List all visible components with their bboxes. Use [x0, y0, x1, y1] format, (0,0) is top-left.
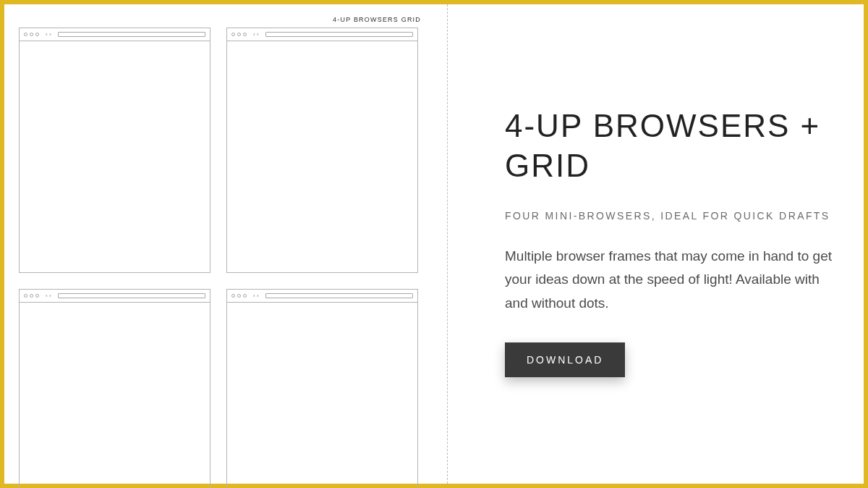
mini-browser: ‹ › — [19, 28, 210, 273]
window-dots-icon — [24, 33, 39, 36]
window-dots-icon — [231, 33, 247, 36]
template-preview: 4-UP BROWSERS GRID ‹ › ‹ › — [4, 4, 438, 484]
mini-browser: ‹ › — [226, 28, 418, 273]
nav-arrows-icon: ‹ › — [253, 32, 259, 38]
browser-toolbar: ‹ › — [227, 290, 417, 303]
product-subtitle: FOUR MINI-BROWSERS, IDEAL FOR QUICK DRAF… — [505, 210, 842, 222]
product-description: Multiple browser frames that may come in… — [505, 245, 842, 315]
mini-browser: ‹ › — [226, 289, 418, 488]
mini-browser: ‹ › — [19, 289, 210, 488]
address-bar — [265, 32, 413, 37]
product-info: 4-UP BROWSERS + GRID FOUR MINI-BROWSERS,… — [438, 4, 864, 484]
browser-toolbar: ‹ › — [227, 28, 417, 41]
page-frame: 4-UP BROWSERS GRID ‹ › ‹ › — [0, 0, 868, 488]
browser-toolbar: ‹ › — [20, 28, 210, 41]
address-bar — [58, 293, 205, 298]
browser-toolbar: ‹ › — [20, 290, 210, 303]
window-dots-icon — [24, 294, 39, 298]
address-bar — [265, 293, 413, 298]
vertical-divider — [447, 4, 448, 484]
nav-arrows-icon: ‹ › — [253, 293, 259, 299]
browser-grid: ‹ › ‹ › ‹ › — [19, 28, 418, 488]
address-bar — [58, 32, 205, 37]
nav-arrows-icon: ‹ › — [46, 32, 51, 38]
download-button[interactable]: DOWNLOAD — [505, 342, 625, 377]
sheet-label: 4-UP BROWSERS GRID — [333, 16, 421, 23]
nav-arrows-icon: ‹ › — [46, 293, 51, 299]
window-dots-icon — [231, 294, 247, 298]
product-title: 4-UP BROWSERS + GRID — [505, 106, 842, 185]
